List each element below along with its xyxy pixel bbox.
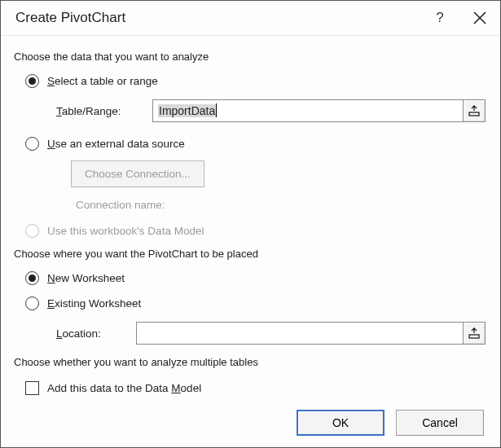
- checkbox-label: Add this data to the Data Model: [47, 382, 201, 394]
- choose-connection-row: Choose Connection...: [71, 160, 486, 187]
- option-new-worksheet[interactable]: New Worksheet: [25, 271, 486, 285]
- radio-icon: [25, 74, 39, 88]
- dialog-content: Choose the data that you want to analyze…: [1, 36, 500, 402]
- option-label: Use an external data source: [47, 138, 185, 150]
- dialog-buttons: OK Cancel: [1, 402, 500, 447]
- location-row: Location:: [56, 322, 486, 345]
- collapse-dialog-icon[interactable]: [463, 99, 486, 122]
- table-range-input-wrap: ImportData: [152, 99, 486, 122]
- option-select-table-or-range[interactable]: Select a table or range: [25, 74, 486, 88]
- section-placement-heading: Choose where you want the PivotChart to …: [14, 248, 486, 260]
- create-pivotchart-dialog: Create PivotChart ? Choose the data that…: [0, 0, 501, 448]
- close-icon[interactable]: [471, 9, 489, 27]
- ok-button[interactable]: OK: [297, 410, 385, 436]
- connection-name-label: Connection name:: [76, 199, 486, 211]
- location-label: Location:: [56, 327, 128, 340]
- option-label: Use this workbook's Data Model: [47, 225, 204, 237]
- section-analyze-heading: Choose the data that you want to analyze: [14, 51, 486, 63]
- collapse-dialog-icon[interactable]: [463, 322, 486, 345]
- option-label: New Worksheet: [47, 272, 125, 284]
- choose-connection-button: Choose Connection...: [71, 160, 204, 187]
- dialog-title: Create PivotChart: [15, 10, 432, 26]
- location-input-wrap: [136, 322, 486, 345]
- table-range-input[interactable]: ImportData: [152, 99, 463, 122]
- option-external-data-source[interactable]: Use an external data source: [25, 137, 486, 151]
- help-icon[interactable]: ?: [432, 10, 448, 26]
- option-existing-worksheet[interactable]: Existing Worksheet: [25, 296, 486, 310]
- svg-rect-1: [469, 335, 479, 338]
- table-range-row: Table/Range: ImportData: [56, 99, 486, 122]
- radio-icon: [25, 296, 39, 310]
- radio-icon: [25, 224, 39, 238]
- section-multiple-tables-heading: Choose whether you want to analyze multi…: [14, 356, 486, 368]
- table-range-label: Table/Range:: [56, 105, 144, 117]
- checkbox-icon: [25, 381, 39, 395]
- checkbox-add-to-data-model[interactable]: Add this data to the Data Model: [25, 381, 486, 395]
- option-label: Select a table or range: [47, 75, 158, 87]
- svg-rect-0: [469, 112, 479, 116]
- location-input[interactable]: [136, 322, 463, 345]
- radio-icon: [25, 271, 39, 285]
- radio-icon: [25, 137, 39, 151]
- cancel-button[interactable]: Cancel: [396, 410, 484, 436]
- option-label: Existing Worksheet: [47, 297, 141, 310]
- option-use-data-model: Use this workbook's Data Model: [25, 224, 486, 238]
- titlebar-buttons: ?: [432, 9, 489, 27]
- titlebar: Create PivotChart ?: [1, 1, 500, 36]
